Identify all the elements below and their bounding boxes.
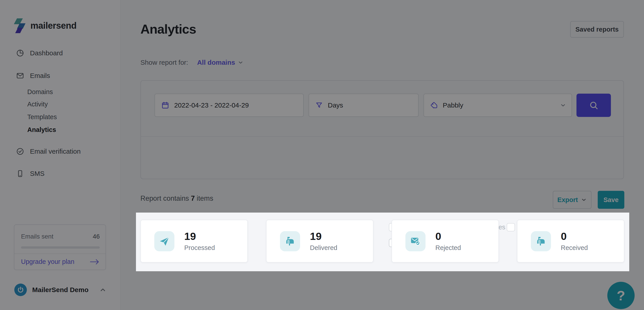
sidebar-item-label: SMS [30,170,44,177]
arrow-right-icon [90,258,100,265]
chevron-up-icon [99,286,106,293]
sidebar-item-domains[interactable]: Domains [27,86,53,97]
report-summary: Report contains 7 items [140,194,213,203]
report-filter-panel: 2022-04-23 - 2022-04-29 Days Pabbly [140,80,624,179]
sidebar-item-analytics[interactable]: Analytics [27,124,56,135]
envelope-icon [16,72,24,80]
stat-label: Received [561,244,588,252]
account-menu[interactable]: MailerSend Demo [14,283,106,296]
help-button[interactable]: ? [607,282,634,309]
page-title: Analytics [140,22,196,37]
divider [14,254,106,254]
report-item-count: 7 [191,194,195,202]
pie-chart-icon [16,49,24,57]
funnel-icon [315,101,323,109]
mailbox-icon [531,231,551,251]
paper-plane-icon [154,231,174,251]
check-circle-icon [16,147,24,156]
sidebar-item-label: Dashboard [30,49,63,57]
chevron-down-icon [560,102,566,108]
sidebar-item-label: Email verification [30,147,81,155]
domain-filter-dropdown[interactable]: All domains [197,59,244,66]
checkbox-unchecked [507,223,515,231]
stat-card-received: 0 Received [517,220,624,262]
report-summary-suffix: items [195,194,213,202]
tag-icon [430,101,438,109]
emails-sent-value: 46 [93,233,100,240]
upgrade-plan-label: Upgrade your plan [21,258,74,265]
stat-label: Rejected [435,244,461,252]
date-range-value: 2022-04-23 - 2022-04-29 [174,101,298,109]
stat-value: 19 [310,231,338,241]
save-label: Save [604,196,619,204]
tag-filter-select[interactable]: Pabbly [424,94,572,117]
mailersend-logo-icon [14,17,26,34]
sidebar-subitem-label: Analytics [27,126,56,133]
domain-filter-value: All domains [197,59,235,66]
saved-reports-button[interactable]: Saved reports [570,21,624,38]
date-range-input[interactable]: 2022-04-23 - 2022-04-29 [154,94,304,117]
emails-sent-label: Emails sent [21,233,54,240]
stat-label: Delivered [310,244,338,252]
upgrade-plan-link[interactable]: Upgrade your plan [21,258,100,265]
run-report-search-button[interactable] [576,94,611,117]
sidebar-subitem-label: Domains [27,88,53,96]
stat-card-delivered: 19 Delivered [266,220,374,262]
logo-wordmark: mailersend [30,21,76,31]
sidebar-item-email-verification[interactable]: Email verification [16,145,81,158]
export-label: Export [558,196,578,204]
mobile-phone-icon [16,170,24,178]
saved-reports-label: Saved reports [575,26,618,33]
report-summary-prefix: Report contains [140,194,191,202]
envelope-shield-icon [406,231,426,251]
save-report-button[interactable]: Save [598,191,624,209]
group-by-value: Days [328,101,413,109]
stat-card-processed: 19 Processed [140,220,248,262]
mailersend-logo[interactable]: mailersend [14,17,76,34]
usage-progress-bar [21,246,100,249]
sidebar-item-templates[interactable]: Templates [27,111,57,122]
group-by-input[interactable]: Days [308,94,418,117]
account-avatar [14,283,27,296]
usage-card: Emails sent 46 Upgrade your plan [14,224,106,270]
show-report-row: Show report for: All domains [140,59,244,66]
sidebar-item-emails[interactable]: Emails [16,69,50,82]
stat-value: 0 [561,231,588,241]
mailbox-icon [280,231,300,251]
sidebar-subitem-label: Templates [27,113,57,121]
sidebar: mailersend Dashboard Emails Domains Acti… [0,0,121,310]
tag-filter-value: Pabbly [443,101,555,109]
sidebar-item-label: Emails [30,72,50,80]
calendar-icon [161,101,169,109]
stat-value: 0 [435,231,461,241]
usage-row: Emails sent 46 [21,233,100,240]
stat-card-rejected: 0 Rejected [392,220,499,262]
account-name: MailerSend Demo [32,286,99,294]
question-mark-icon: ? [617,288,625,303]
divider [141,136,624,137]
show-report-label: Show report for: [140,59,188,66]
sidebar-item-sms[interactable]: SMS [16,167,44,180]
sidebar-item-dashboard[interactable]: Dashboard [16,46,63,60]
search-icon [589,100,598,110]
chevron-down-icon [581,197,587,203]
sidebar-subitem-label: Activity [27,101,48,108]
export-button[interactable]: Export [553,191,592,209]
sidebar-item-activity[interactable]: Activity [27,99,48,109]
chevron-down-icon [238,60,244,65]
stat-value: 19 [184,231,215,241]
stat-label: Processed [184,244,215,252]
